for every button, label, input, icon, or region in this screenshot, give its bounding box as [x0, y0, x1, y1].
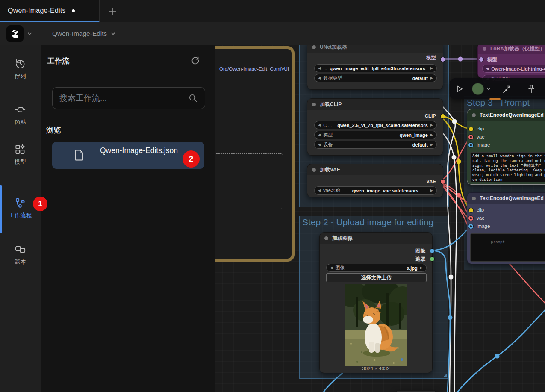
- logo-chevron-icon[interactable]: [27, 31, 32, 36]
- next-arrow-icon[interactable]: ▶: [430, 133, 433, 137]
- workflow-search[interactable]: [52, 87, 205, 109]
- node-collapse-dot[interactable]: [472, 113, 476, 117]
- history-icon: [15, 58, 26, 69]
- node-title: TextEncodeQwenImageEd: [480, 195, 544, 201]
- widget-lora-name[interactable]: ◀ Qwen-Image-Lightning-4: [482, 65, 545, 73]
- node-collapse-dot[interactable]: [324, 236, 328, 240]
- prompt-textarea[interactable]: Add a small wooden sign in the for cat, …: [470, 152, 545, 182]
- run-button[interactable]: [450, 78, 469, 99]
- link-route-icon: [502, 84, 511, 94]
- next-arrow-icon[interactable]: ▶: [430, 66, 433, 70]
- workflow-file-name: Qwen-Image-Edits.json: [100, 146, 190, 155]
- refresh-icon: [190, 55, 200, 65]
- next-arrow-icon[interactable]: ▶: [430, 143, 433, 147]
- port-model-out[interactable]: [441, 57, 445, 62]
- widget-clip-name[interactable]: ◀ C ... qwen_2.5_vl_7b_fp8_scaled.safete…: [314, 121, 437, 129]
- sidebar-item-models[interactable]: 模型: [0, 144, 41, 166]
- node-collapse-dot[interactable]: [472, 197, 476, 200]
- comfyui-logo-icon: [9, 28, 21, 39]
- port-clip-out[interactable]: [441, 114, 445, 118]
- prev-arrow-icon[interactable]: ◀: [318, 133, 321, 137]
- node-title: TextEncodeQwenImageEd: [480, 112, 544, 118]
- browse-section-header[interactable]: 浏览: [46, 125, 209, 135]
- toggle-links-button[interactable]: [497, 78, 516, 99]
- tab-title: Qwen-Image-Edits: [8, 7, 66, 15]
- new-tab-button[interactable]: [105, 4, 121, 18]
- input-label-model: 模型: [487, 56, 497, 63]
- port-image-out[interactable]: [430, 249, 434, 253]
- output-label-mask: 遮罩: [415, 256, 425, 262]
- port-model-in[interactable]: [479, 57, 483, 62]
- next-arrow-icon[interactable]: ▶: [430, 189, 433, 192]
- node-clip-loader[interactable]: 加载CLIP CLIP ◀ C ... qwen_2.5_vl_7b_fp8_s…: [307, 98, 443, 156]
- workflow-menu-label: Qwen-Image-Edits: [52, 30, 107, 38]
- prev-arrow-icon[interactable]: ◀: [318, 76, 321, 80]
- node-collapse-dot[interactable]: [312, 103, 316, 106]
- workflow-panel: 工作流 浏览 Qwen-Image-Edits.json 2: [41, 45, 215, 392]
- comfyui-logo[interactable]: [6, 25, 24, 42]
- image-dimensions: 3024 × 4032: [320, 366, 432, 371]
- status-indicator-icon: [472, 83, 484, 95]
- node-lora-loader[interactable]: LoRA加载器（仅模型） 模型 ◀ Qwen-Image-Lightning-4…: [477, 43, 545, 78]
- port-mask-out[interactable]: [430, 257, 434, 261]
- widget-image-file[interactable]: ◀ 图像 a.jpg ▶: [326, 264, 427, 272]
- next-arrow-icon[interactable]: ▶: [420, 266, 423, 270]
- pin-toolbar-button[interactable]: [521, 78, 541, 99]
- port-clip-in[interactable]: [469, 127, 473, 131]
- node-partial-bottom[interactable]: [395, 390, 437, 392]
- plus-icon: [108, 6, 118, 16]
- sidebar: 佇列 節點 模型 工作流程 1 範本: [0, 45, 41, 392]
- node-collapse-dot[interactable]: [312, 168, 316, 172]
- prev-arrow-icon[interactable]: ◀: [318, 66, 321, 70]
- next-arrow-icon[interactable]: ▶: [430, 76, 433, 80]
- node-unet-loader[interactable]: UNet加载器 模型 ◀ ... qwen_image_edit_fp8_e4m…: [307, 41, 443, 90]
- port-image-in[interactable]: [468, 224, 473, 229]
- section-dashed-line: [65, 130, 209, 130]
- node-title: 加载VAE: [320, 166, 340, 174]
- status-dropdown[interactable]: [469, 78, 493, 99]
- node-vae-loader[interactable]: 加载VAE VAE ◀ vae名称 qwen_image_vae.safeten…: [307, 164, 443, 197]
- port-vae-out[interactable]: [441, 180, 445, 184]
- nodes-icon: [15, 104, 26, 115]
- chevron-down-icon: [110, 31, 116, 36]
- app-header: Qwen-Image-Edits: [0, 22, 545, 45]
- sidebar-item-nodes[interactable]: 節點: [0, 104, 41, 126]
- sidebar-item-queue[interactable]: 佇列: [0, 58, 41, 80]
- browse-label: 浏览: [46, 125, 61, 135]
- output-label-image: 图像: [415, 248, 425, 254]
- image-preview-cat[interactable]: [345, 284, 407, 366]
- prev-arrow-icon[interactable]: ◀: [318, 189, 321, 192]
- prompt-textarea[interactable]: prompt: [470, 233, 545, 262]
- upload-file-button[interactable]: 选择文件上传: [326, 273, 427, 282]
- port-vae-in[interactable]: [468, 135, 473, 139]
- sidebar-item-templates[interactable]: 範本: [0, 244, 41, 266]
- search-input[interactable]: [59, 94, 188, 103]
- node-text-encode-1[interactable]: TextEncodeQwenImageEd clip vae image Add…: [467, 109, 545, 185]
- tab-qwen-image-edits[interactable]: Qwen-Image-Edits: [0, 0, 100, 22]
- next-arrow-icon[interactable]: ▶: [430, 123, 433, 127]
- widget-unet-name[interactable]: ◀ ... qwen_image_edit_fp8_e4m3fn.safeten…: [314, 64, 437, 72]
- prev-arrow-icon[interactable]: ◀: [318, 123, 321, 127]
- panel-title: 工作流: [47, 56, 69, 66]
- file-icon: [74, 150, 84, 161]
- widget-clip-device[interactable]: ◀ 设备 default ▶: [314, 141, 437, 149]
- prev-arrow-icon[interactable]: ◀: [486, 67, 489, 71]
- refresh-button[interactable]: [190, 55, 201, 66]
- templates-icon: [15, 244, 26, 255]
- widget-clip-type[interactable]: ◀ 类型 qwen_image ▶: [314, 131, 437, 139]
- widget-unet-dtype[interactable]: ◀ 数据类型 default ▶: [314, 74, 437, 82]
- node-collapse-dot[interactable]: [483, 47, 486, 51]
- widget-vae-name[interactable]: ◀ vae名称 qwen_image_vae.safetensors ▶: [314, 186, 437, 195]
- pin-icon: [527, 84, 536, 94]
- workflow-list-item[interactable]: Qwen-Image-Edits.json 2: [52, 142, 204, 169]
- node-text-encode-2[interactable]: TextEncodeQwenImageEd clip vae image pro…: [467, 192, 545, 264]
- output-label-clip: CLIP: [425, 113, 436, 118]
- prev-arrow-icon[interactable]: ◀: [318, 143, 321, 147]
- port-image-in[interactable]: [468, 143, 473, 147]
- workflow-menu[interactable]: Qwen-Image-Edits: [52, 30, 116, 38]
- port-clip-in[interactable]: [469, 208, 473, 212]
- node-load-image[interactable]: 加载图像 图像 遮罩 ◀ 图像 a.jpg ▶ 选择文件上传: [319, 232, 433, 373]
- prev-arrow-icon[interactable]: ◀: [330, 266, 333, 270]
- port-vae-in[interactable]: [468, 216, 473, 221]
- node-collapse-dot[interactable]: [312, 45, 316, 49]
